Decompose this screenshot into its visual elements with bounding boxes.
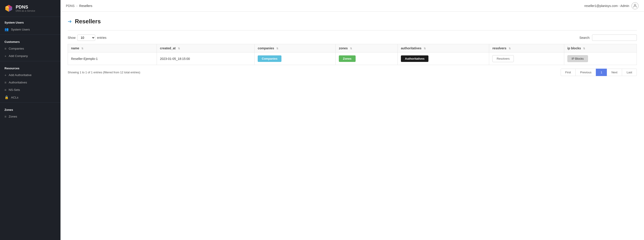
next-button[interactable]: Next <box>607 69 622 76</box>
search-box: Search: <box>580 35 637 41</box>
divider-1 <box>0 35 60 35</box>
list-icon: ≡ <box>4 88 6 92</box>
zones-button[interactable]: Zones <box>339 55 356 62</box>
lock-icon: 🔒 <box>4 95 9 99</box>
breadcrumb-current: Resellers <box>79 4 92 8</box>
user-avatar[interactable] <box>632 2 638 10</box>
cell-resolvers: Resolvers <box>489 53 564 65</box>
sidebar-item-add-company[interactable]: + Add Company <box>0 52 60 60</box>
sidebar-item-zones[interactable]: ≡ Zones <box>0 113 60 120</box>
sort-icon: ⇅ <box>509 47 511 50</box>
table-header: name ⇅ created_at ⇅ companies ⇅ zones ⇅ <box>68 44 637 53</box>
section-customers: Customers <box>0 36 60 45</box>
page-1-button[interactable]: 1 <box>596 69 607 76</box>
app-subtitle: DNS as a Service <box>16 10 35 12</box>
sidebar-item-label: Add Authoritative <box>9 73 32 77</box>
breadcrumb-parent[interactable]: PDNS <box>66 4 74 8</box>
search-label: Search: <box>580 36 590 40</box>
sidebar-item-ns-sets[interactable]: ≡ NS-Sets <box>0 86 60 94</box>
cell-created-at: 2023-01-05_18:15:00 <box>157 53 254 65</box>
last-button[interactable]: Last <box>622 69 637 76</box>
svg-point-7 <box>634 4 636 6</box>
cell-authoritatives: Authoritatives <box>398 53 489 65</box>
entries-label: entries <box>97 36 106 40</box>
arrow-icon: ➜ <box>68 19 72 25</box>
breadcrumb: PDNS › Resellers <box>66 4 92 8</box>
section-zones: Zones <box>0 104 60 113</box>
sidebar-item-label: Companies <box>9 47 24 50</box>
ipblocks-button[interactable]: IP Blocks <box>567 55 588 62</box>
user-info: reseller1@planisys.com - Admin <box>584 2 638 10</box>
page-header: ➜ Resellers <box>68 18 637 25</box>
users-icon: 👥 <box>4 27 9 31</box>
col-zones[interactable]: zones ⇅ <box>336 44 398 53</box>
sort-icon: ⇅ <box>350 47 352 50</box>
content-area: ➜ Resellers Show 10 25 50 100 entries Se… <box>60 12 644 240</box>
first-button[interactable]: First <box>561 69 576 76</box>
pagination: First Previous 1 Next Last <box>561 69 637 76</box>
table-footer: Showing 1 to 1 of 1 entries (filtered fr… <box>68 69 637 76</box>
list-icon: ≡ <box>4 81 6 84</box>
companies-button[interactable]: Companies <box>258 55 282 62</box>
logo-area: PDNS DNS as a Service <box>0 0 60 17</box>
entries-select[interactable]: 10 25 50 100 <box>77 35 95 41</box>
sort-icon: ⇅ <box>178 47 180 50</box>
sort-icon: ⇅ <box>81 47 83 50</box>
sidebar-item-label: Authoritatives <box>9 81 27 84</box>
sidebar-item-acls[interactable]: 🔒 ACLs <box>0 94 60 101</box>
topbar: PDNS › Resellers reseller1@planisys.com … <box>60 0 644 12</box>
showing-text: Showing 1 to 1 of 1 entries (filtered fr… <box>68 71 140 74</box>
sort-icon: ⇅ <box>583 47 585 50</box>
previous-button[interactable]: Previous <box>576 69 596 76</box>
resellers-table: name ⇅ created_at ⇅ companies ⇅ zones ⇅ <box>68 44 637 65</box>
breadcrumb-separator: › <box>76 4 78 8</box>
sidebar-item-add-authoritative[interactable]: + Add Authoritative <box>0 71 60 79</box>
divider-2 <box>0 61 60 61</box>
sidebar-item-label: Add Company <box>9 54 28 58</box>
table-controls: Show 10 25 50 100 entries Search: <box>68 30 637 41</box>
col-authoritatives[interactable]: authoritatives ⇅ <box>398 44 489 53</box>
sidebar-item-label: ACLs <box>11 96 18 99</box>
plus-icon: + <box>4 54 6 58</box>
show-entries: Show 10 25 50 100 entries <box>68 35 106 41</box>
sidebar-item-system-users[interactable]: 👥 System Users <box>0 26 60 33</box>
main-area: PDNS › Resellers reseller1@planisys.com … <box>60 0 644 240</box>
col-companies[interactable]: companies ⇅ <box>254 44 336 53</box>
col-created-at[interactable]: created_at ⇅ <box>157 44 254 53</box>
section-system-users: System Users <box>0 17 60 26</box>
authoritatives-button[interactable]: Authoritatives <box>401 55 428 62</box>
cell-ipblocks: IP Blocks <box>564 53 636 65</box>
sidebar-item-label: Zones <box>9 115 17 118</box>
plus-icon: + <box>4 73 6 77</box>
sidebar: PDNS DNS as a Service System Users 👥 Sys… <box>0 0 60 240</box>
list-icon: ≡ <box>4 47 6 51</box>
col-name[interactable]: name ⇅ <box>68 44 157 53</box>
table-row: Reseller-Ejemplo-1 2023-01-05_18:15:00 C… <box>68 53 637 65</box>
cell-name: Reseller-Ejemplo-1 <box>68 53 157 65</box>
section-resources: Resources <box>0 63 60 71</box>
sidebar-item-label: NS-Sets <box>9 88 20 92</box>
show-label: Show <box>68 36 76 40</box>
user-label: reseller1@planisys.com - Admin <box>584 4 629 8</box>
sidebar-item-label: System Users <box>11 28 30 31</box>
col-resolvers[interactable]: resolvers ⇅ <box>489 44 564 53</box>
search-input[interactable] <box>592 35 637 41</box>
table-body: Reseller-Ejemplo-1 2023-01-05_18:15:00 C… <box>68 53 637 65</box>
resolvers-button[interactable]: Resolvers <box>492 55 514 62</box>
sort-icon: ⇅ <box>424 47 426 50</box>
col-ip-blocks[interactable]: ip blocks ⇅ <box>564 44 636 53</box>
sidebar-item-authoritatives[interactable]: ≡ Authoritatives <box>0 79 60 86</box>
app-title: PDNS <box>16 5 35 10</box>
logo-icon <box>4 4 13 13</box>
cell-zones: Zones <box>336 53 398 65</box>
list-icon: ≡ <box>4 115 6 118</box>
page-title: Resellers <box>75 18 101 25</box>
sidebar-item-companies[interactable]: ≡ Companies <box>0 45 60 52</box>
cell-companies: Companies <box>254 53 336 65</box>
sort-icon: ⇅ <box>276 47 278 50</box>
